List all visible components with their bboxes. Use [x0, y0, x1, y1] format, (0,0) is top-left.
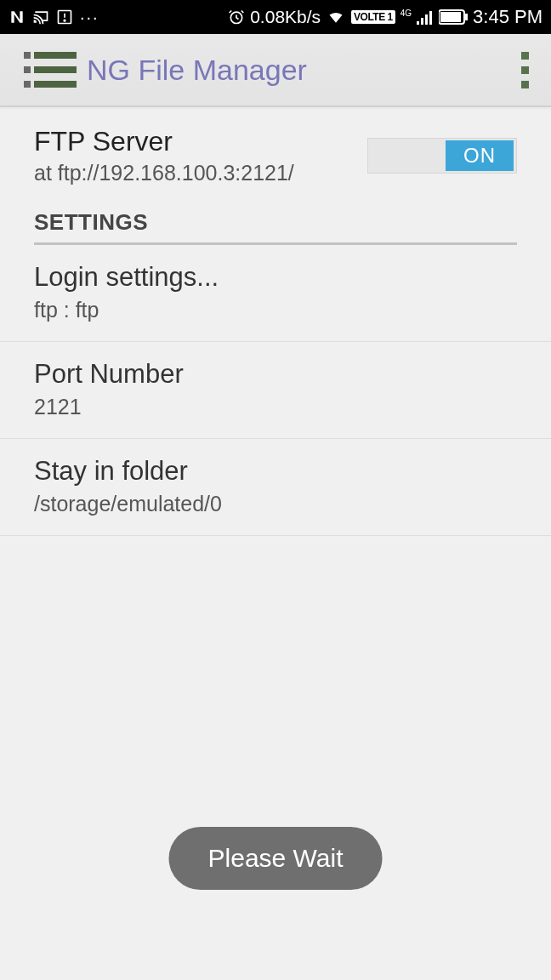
volte-badge: VOLTE 1 — [351, 10, 395, 24]
n-icon — [9, 9, 26, 26]
settings-section-header: SETTINGS — [0, 209, 551, 242]
item-title: Login settings... — [34, 262, 517, 293]
svg-rect-6 — [425, 14, 428, 25]
ftp-server-title: FTP Server — [34, 126, 367, 157]
status-left-icons: ··· — [9, 8, 99, 27]
wifi-icon — [326, 9, 346, 26]
status-bar: ··· 0.08Kb/s VOLTE 1 4G 3:45 PM — [0, 0, 551, 34]
content: FTP Server at ftp://192.168.100.3:2121/ … — [0, 107, 551, 536]
clock-time: 3:45 PM — [473, 6, 542, 28]
svg-rect-7 — [429, 11, 432, 25]
login-settings-item[interactable]: Login settings... ftp : ftp — [0, 245, 551, 342]
ftp-server-row: FTP Server at ftp://192.168.100.3:2121/ … — [0, 126, 551, 209]
ftp-server-toggle[interactable]: ON — [367, 138, 517, 174]
more-icon: ··· — [80, 8, 99, 27]
item-title: Stay in folder — [34, 456, 517, 487]
battery-icon — [439, 9, 468, 25]
item-sub: /storage/emulated/0 — [34, 492, 517, 516]
cast-icon — [32, 9, 49, 26]
item-sub: 2121 — [34, 395, 517, 419]
app-bar: NG File Manager — [0, 34, 551, 107]
network-gen: 4G — [400, 9, 412, 18]
toast-please-wait: Please Wait — [169, 827, 383, 890]
signal-icon — [417, 9, 434, 25]
app-title: NG File Manager — [87, 54, 307, 87]
alert-box-icon — [56, 9, 73, 26]
status-right-icons: 0.08Kb/s VOLTE 1 4G 3:45 PM — [228, 6, 542, 28]
ftp-server-address: at ftp://192.168.100.3:2121/ — [34, 161, 367, 185]
port-number-item[interactable]: Port Number 2121 — [0, 342, 551, 439]
item-title: Port Number — [34, 359, 517, 390]
svg-rect-9 — [440, 12, 461, 22]
stay-in-folder-item[interactable]: Stay in folder /storage/emulated/0 — [0, 439, 551, 536]
network-speed: 0.08Kb/s — [250, 7, 321, 27]
item-sub: ftp : ftp — [34, 298, 517, 322]
svg-rect-4 — [417, 21, 419, 25]
overflow-menu-icon[interactable] — [516, 47, 534, 94]
svg-point-2 — [64, 20, 65, 21]
svg-rect-10 — [465, 14, 468, 20]
svg-rect-5 — [421, 18, 423, 25]
menu-icon[interactable] — [24, 52, 77, 88]
toggle-on-label: ON — [446, 140, 514, 171]
alarm-icon — [228, 9, 245, 26]
